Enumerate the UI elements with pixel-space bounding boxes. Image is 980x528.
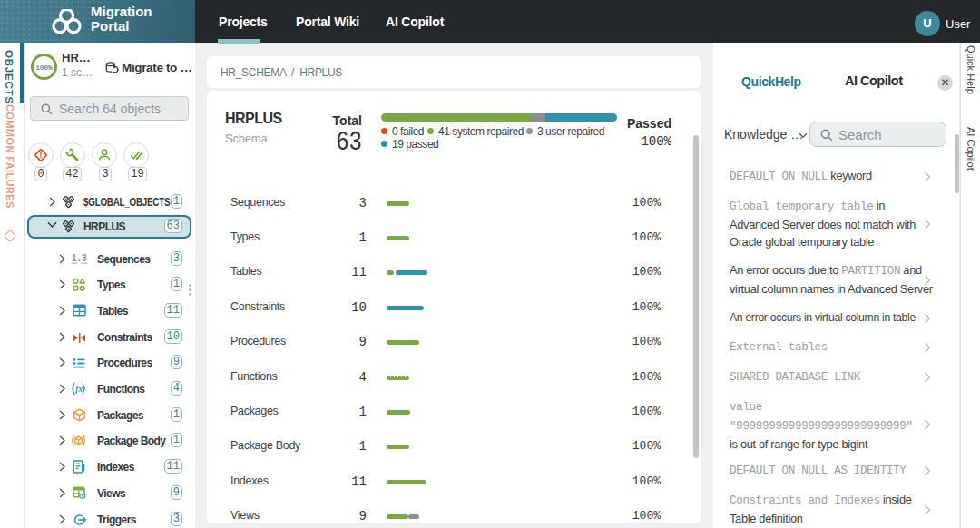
svg-text:3: 3 xyxy=(82,253,87,263)
svg-text:!: ! xyxy=(40,151,43,160)
svg-text:100%: 100% xyxy=(35,64,53,72)
svg-text:.: . xyxy=(78,253,81,263)
svg-text:1: 1 xyxy=(72,253,77,263)
svg-text:fx: fx xyxy=(75,385,83,394)
